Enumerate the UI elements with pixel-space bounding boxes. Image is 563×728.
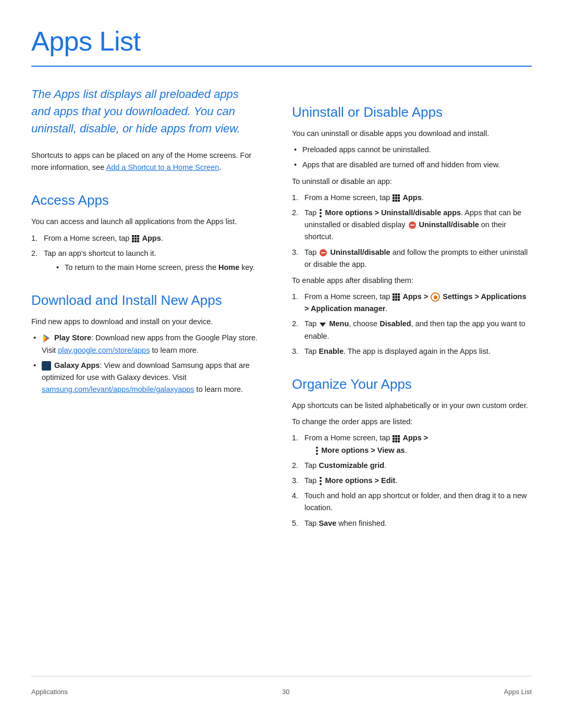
access-step-1: 1. From a Home screen, tap <box>31 232 261 244</box>
page-container: Apps List The Apps list displays all pre… <box>0 0 563 728</box>
uninstall-label-2: Uninstall/disable <box>330 248 390 256</box>
uninstall-badge-icon <box>408 220 417 230</box>
access-apps-steps: 1. From a Home screen, tap <box>31 232 261 274</box>
access-apps-heading: Access Apps <box>31 190 261 211</box>
access-sub-bullets: To return to the main Home screen, press… <box>54 262 261 274</box>
apps-grid-icon-2 <box>392 194 400 202</box>
svg-rect-14 <box>395 194 397 196</box>
uninstall-heading: Uninstall or Disable Apps <box>292 102 532 122</box>
apps-grid-icon-4 <box>392 435 400 443</box>
svg-rect-6 <box>132 240 134 242</box>
apps-grid-icon-3 <box>392 293 400 301</box>
to-enable-label: To enable apps after disabling them: <box>292 275 532 287</box>
intro-body: Shortcuts to apps can be placed on any o… <box>31 150 261 174</box>
download-body: Find new apps to download and install on… <box>31 316 261 328</box>
uninstall-bullet-1: Preloaded apps cannot be uninstalled. <box>292 144 532 156</box>
svg-rect-18 <box>398 197 400 199</box>
organize-step-1: 1. From a Home screen, tap <box>292 432 532 456</box>
play-store-icon <box>42 334 51 343</box>
add-shortcut-link[interactable]: Add a Shortcut to a Home Screen <box>106 163 219 171</box>
more-options-label-1: More options > Uninstall/disable apps <box>325 208 461 217</box>
uninstall-step-2: 2. Tap More options > Uninstall/disable … <box>292 207 532 243</box>
svg-rect-20 <box>395 200 397 202</box>
uninstall-step-3: 3. Tap Uninstall/disable and follow the … <box>292 246 532 270</box>
svg-rect-4 <box>134 238 137 240</box>
access-apps-body: You can access and launch all applicatio… <box>31 216 261 228</box>
right-column: Uninstall or Disable Apps You can uninst… <box>292 85 532 676</box>
download-item-galaxy: Galaxy Apps: View and download Samsung a… <box>31 360 261 396</box>
uninstall-step-1: 1. From a Home screen, tap <box>292 192 532 204</box>
galaxy-apps-icon <box>42 361 51 371</box>
more-options-icon-2 <box>315 447 319 455</box>
svg-rect-1 <box>134 235 137 237</box>
uninstall-badge-icon-2 <box>319 248 328 257</box>
svg-rect-37 <box>398 435 400 437</box>
uninstall-body: You can uninstall or disable apps you do… <box>292 128 532 140</box>
menu-arrow-icon <box>320 323 326 327</box>
svg-rect-7 <box>134 240 137 242</box>
apps-grid-icon-1 <box>131 235 140 243</box>
svg-rect-19 <box>393 200 395 202</box>
play-store-link[interactable]: play.google.com/store/apps <box>58 346 150 354</box>
svg-rect-28 <box>398 293 400 295</box>
svg-rect-0 <box>132 235 134 237</box>
svg-rect-8 <box>137 240 139 242</box>
save-label: Save <box>319 519 336 527</box>
enable-step-3: 3. Tap Enable. The app is displayed agai… <box>292 346 532 357</box>
more-options-edit-label: More options > Edit <box>325 476 395 485</box>
more-options-icon-3 <box>319 477 322 485</box>
page-footer: Applications 30 Apps List <box>31 676 532 697</box>
svg-rect-16 <box>393 197 395 199</box>
customizable-grid-label: Customizable grid <box>319 461 384 470</box>
menu-label: Menu <box>329 319 349 328</box>
more-options-view-label: More options > View as <box>321 446 405 454</box>
galaxy-apps-link[interactable]: samsung.com/levant/apps/mobile/galaxyapp… <box>42 385 194 393</box>
download-heading: Download and Install New Apps <box>31 290 261 311</box>
svg-rect-38 <box>393 438 395 440</box>
svg-rect-33 <box>395 299 397 301</box>
svg-rect-34 <box>398 299 400 301</box>
enable-steps: 1. From a Home screen, tap <box>292 291 532 357</box>
uninstall-bullet-2: Apps that are disabled are turned off an… <box>292 159 532 171</box>
apps-label-3: Apps > <box>402 292 428 301</box>
svg-rect-35 <box>393 435 395 437</box>
more-options-icon-1 <box>319 209 322 217</box>
organize-steps: 1. From a Home screen, tap <box>292 432 532 529</box>
page-title: Apps List <box>31 21 532 61</box>
footer-center: 30 <box>282 687 289 697</box>
download-list: Play Store: Download new apps from the G… <box>31 332 261 396</box>
organize-step-5: 5. Tap Save when finished. <box>292 517 532 529</box>
two-col-layout: The Apps list displays all preloaded app… <box>31 85 532 676</box>
uninstall-bullets: Preloaded apps cannot be uninstalled. Ap… <box>292 144 532 171</box>
svg-rect-31 <box>398 296 400 298</box>
svg-rect-43 <box>398 440 400 442</box>
to-uninstall-label: To uninstall or disable an app: <box>292 176 532 188</box>
svg-rect-3 <box>132 238 134 240</box>
svg-rect-2 <box>137 235 139 237</box>
svg-rect-42 <box>395 440 397 442</box>
left-column: The Apps list displays all preloaded app… <box>31 85 261 676</box>
svg-rect-32 <box>393 299 395 301</box>
svg-rect-17 <box>395 197 397 199</box>
settings-icon <box>431 292 440 302</box>
download-item-play: Play Store: Download new apps from the G… <box>31 332 261 356</box>
organize-step-2: 2. Tap Customizable grid. <box>292 460 532 472</box>
to-change-label: To change the order apps are listed: <box>292 416 532 428</box>
play-store-label: Play Store <box>54 334 91 342</box>
svg-rect-26 <box>393 293 395 295</box>
svg-rect-41 <box>393 440 395 442</box>
svg-rect-15 <box>398 194 400 196</box>
enable-step-2: 2. Tap Menu, choose Disabled, and then t… <box>292 318 532 342</box>
apps-label-2: Apps <box>402 193 421 202</box>
svg-rect-25 <box>321 252 325 253</box>
footer-left: Applications <box>31 687 68 697</box>
svg-rect-39 <box>395 438 397 440</box>
svg-rect-5 <box>137 238 139 240</box>
svg-rect-21 <box>398 200 400 202</box>
footer-right: Apps List <box>504 687 532 697</box>
galaxy-apps-label: Galaxy Apps <box>54 361 100 369</box>
svg-rect-13 <box>393 194 395 196</box>
svg-rect-29 <box>393 296 395 298</box>
svg-rect-36 <box>395 435 397 437</box>
enable-label: Enable <box>319 347 344 355</box>
